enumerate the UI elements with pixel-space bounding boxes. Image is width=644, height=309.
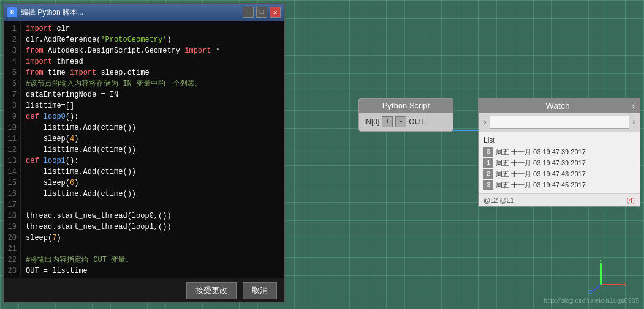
editor-footer: 接受更改 取消: [4, 278, 284, 302]
list-value: 周五 十一月 03 19:47:39 2017: [496, 158, 586, 168]
watch-input-field[interactable]: [490, 116, 629, 129]
accept-button[interactable]: 接受更改: [186, 282, 237, 299]
dynamo-icon: R: [7, 7, 17, 17]
watch-footer-info: @L2 @L1: [483, 196, 514, 204]
watch-content: List 0周五 十一月 03 19:47:39 20171周五 十一月 03 …: [479, 132, 640, 193]
watch-input-right-arrow[interactable]: ›: [632, 118, 636, 127]
list-value: 周五 十一月 03 19:47:45 2017: [496, 181, 586, 190]
python-node-body: IN[0] + - OUT: [359, 113, 453, 131]
svg-text:X: X: [623, 282, 626, 288]
list-value: 周五 十一月 03 19:47:43 2017: [496, 169, 586, 179]
code-content: 1234567891011121314151617181920212223 im…: [4, 21, 284, 278]
list-item: 2周五 十一月 03 19:47:43 2017: [483, 169, 635, 179]
watch-header: Watch ›: [479, 99, 640, 113]
watch-title: Watch: [483, 101, 632, 111]
svg-text:Z: Z: [589, 289, 593, 296]
editor-titlebar: R 编辑 Python 脚本... ─ □ ✕: [4, 4, 284, 21]
list-items: 0周五 十一月 03 19:47:39 20171周五 十一月 03 19:47…: [483, 147, 635, 190]
port-out-label: OUT: [409, 117, 424, 126]
watch-panel: Watch › › › List 0周五 十一月 03 19:47:39 201…: [478, 98, 640, 207]
watch-input-arrow: ›: [482, 117, 487, 127]
list-label: List: [483, 136, 635, 144]
watch-footer: @L2 @L1 (4): [479, 193, 640, 206]
list-value: 周五 十一月 03 19:47:39 2017: [496, 147, 586, 157]
port-in-label: IN[0]: [364, 117, 379, 126]
watch-footer-count: (4): [627, 196, 635, 204]
line-numbers: 1234567891011121314151617181920212223: [4, 21, 21, 278]
list-item: 1周五 十一月 03 19:47:39 2017: [483, 158, 635, 168]
svg-line-2: [592, 285, 601, 292]
maximize-button[interactable]: □: [256, 7, 267, 18]
cancel-button[interactable]: 取消: [243, 282, 277, 299]
python-script-node: Python Script IN[0] + - OUT: [358, 98, 453, 132]
list-index: 0: [483, 147, 493, 157]
watch-input-row: › ›: [479, 113, 640, 132]
list-index: 3: [483, 180, 493, 190]
editor-title: 编辑 Python 脚本...: [21, 7, 83, 18]
code-editor: R 编辑 Python 脚本... ─ □ ✕ 1234567891011121…: [3, 3, 285, 303]
editor-title-left: R 编辑 Python 脚本...: [7, 7, 83, 18]
minimize-button[interactable]: ─: [243, 7, 254, 18]
list-item: 0周五 十一月 03 19:47:39 2017: [483, 147, 635, 157]
svg-text:Y: Y: [599, 260, 603, 264]
watch-right-arrow: ›: [632, 101, 635, 111]
list-item: 3周五 十一月 03 19:47:45 2017: [483, 180, 635, 190]
code-text[interactable]: import clrclr.AddReference('ProtoGeometr…: [21, 21, 284, 278]
editor-controls: ─ □ ✕: [243, 7, 281, 18]
watermark: http://blog.csdn.net/xn1ugs8905: [544, 297, 639, 304]
list-index: 1: [483, 158, 493, 168]
close-button[interactable]: ✕: [270, 7, 281, 18]
python-node-header: Python Script: [359, 99, 453, 113]
port-remove-button[interactable]: -: [395, 116, 406, 127]
axes-indicator: X Y Z: [589, 260, 626, 297]
list-index: 2: [483, 169, 493, 179]
port-add-button[interactable]: +: [382, 116, 393, 127]
